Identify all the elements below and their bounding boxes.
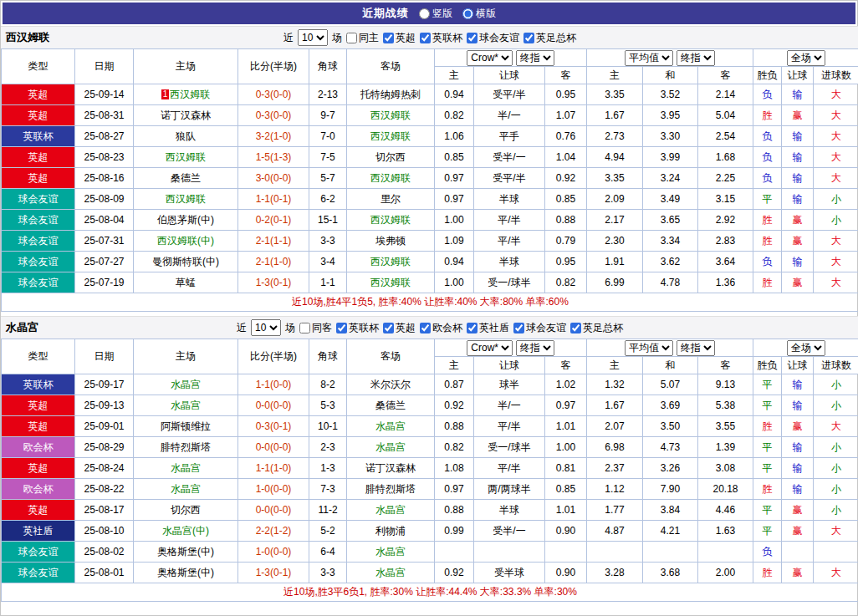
match-score[interactable]: 1-1(1-0) [238,458,309,479]
away-team[interactable]: 西汉姆联 [347,105,435,126]
home-team[interactable]: 西汉姆联 [134,189,238,210]
odds-source-select[interactable]: Crow* [467,50,513,66]
away-team[interactable]: 桑德兰 [347,395,435,416]
horizontal-view-radio[interactable] [462,8,473,19]
match-score[interactable]: 0-3(0-0) [238,84,309,105]
league-filter[interactable]: 欧会杯 [420,321,462,335]
avg-final-select[interactable]: 终指 [677,50,715,66]
away-team[interactable]: 西汉姆联 [347,252,435,272]
match-score[interactable]: 3-2(1-0) [238,126,309,147]
away-team[interactable]: 水晶宫 [347,437,435,458]
same-home-checkbox[interactable] [346,33,357,43]
vertical-view-radio[interactable] [419,8,430,19]
odds-final-select[interactable]: 终指 [516,50,554,66]
home-team[interactable]: 水晶宫 [134,458,238,479]
match-score[interactable]: 0-0(0-0) [238,437,309,458]
match-score[interactable]: 2-2(1-2) [238,521,309,542]
away-team[interactable]: 腓特烈斯塔 [347,479,435,500]
match-score[interactable]: 0-3(0-0) [238,105,309,126]
home-team[interactable]: 1西汉姆联 [134,84,238,105]
home-team[interactable]: 水晶宫 [134,479,238,500]
home-team[interactable]: 腓特烈斯塔 [134,437,238,458]
home-team[interactable]: 水晶宫 [134,395,238,416]
league-checkbox[interactable] [383,323,394,333]
odds-final-select[interactable]: 终指 [516,340,554,356]
home-team[interactable]: 水晶宫(中) [134,521,238,542]
match-score[interactable]: 0-2(0-1) [238,210,309,231]
avg-final-select[interactable]: 终指 [677,340,715,356]
view-option-horizontal[interactable]: 横版 [462,7,496,21]
league-checkbox[interactable] [570,323,581,333]
home-team[interactable]: 切尔西 [134,500,238,521]
away-team[interactable]: 水晶宫 [347,500,435,521]
away-team[interactable]: 水晶宫 [347,416,435,437]
league-filter[interactable]: 英足总杯 [523,31,576,45]
match-score[interactable]: 3-0(0-0) [238,168,309,189]
away-team[interactable]: 托特纳姆热刺 [347,84,435,105]
match-score[interactable]: 1-3(0-1) [238,563,309,583]
league-filter[interactable]: 英社盾 [467,321,509,335]
league-checkbox[interactable] [420,33,431,43]
away-team[interactable]: 里尔 [347,189,435,210]
avg-source-select[interactable]: 平均值 [625,50,673,66]
match-count-select[interactable]: 10 [251,319,281,336]
away-team[interactable]: 西汉姆联 [347,168,435,189]
home-team[interactable]: 阿斯顿维拉 [134,416,238,437]
league-filter[interactable]: 英联杯 [420,31,462,45]
away-team[interactable]: 水晶宫 [347,542,435,563]
home-team[interactable]: 诺丁汉森林 [134,105,238,126]
match-score[interactable]: 1-1(0-0) [238,374,309,395]
home-team[interactable]: 奥格斯堡(中) [134,542,238,563]
away-team[interactable]: 米尔沃尔 [347,374,435,395]
home-team[interactable]: 奥格斯堡(中) [134,563,238,583]
league-filter[interactable]: 英超 [383,321,416,335]
home-team[interactable]: 水晶宫 [134,374,238,395]
home-team[interactable]: 西汉姆联 [134,147,238,168]
match-score[interactable]: 1-3(0-1) [238,272,309,293]
league-filter[interactable]: 英足总杯 [570,321,623,335]
league-filter[interactable]: 球会友谊 [467,31,519,45]
league-filter[interactable]: 球会友谊 [513,321,566,335]
same-away-checkbox[interactable] [299,323,310,333]
league-checkbox[interactable] [467,323,478,333]
home-team[interactable]: 伯恩茅斯(中) [134,210,238,231]
home-team[interactable]: 西汉姆联(中) [134,231,238,252]
match-score[interactable]: 1-5(1-3) [238,147,309,168]
match-score[interactable]: 2-1(1-0) [238,252,309,272]
match-score[interactable]: 0-3(0-1) [238,416,309,437]
league-checkbox[interactable] [336,323,347,333]
home-team[interactable]: 曼彻斯特联(中) [134,252,238,272]
match-count-select[interactable]: 10 [298,29,328,46]
away-team[interactable]: 埃弗顿 [347,231,435,252]
league-checkbox[interactable] [467,33,478,43]
league-checkbox[interactable] [420,323,431,333]
away-team[interactable]: 利物浦 [347,521,435,542]
match-score[interactable]: 0-0(0-0) [238,395,309,416]
match-score[interactable]: 1-1(0-1) [238,189,309,210]
view-option-vertical[interactable]: 竖版 [419,7,452,21]
away-team[interactable]: 水晶宫 [347,563,435,583]
scope-select[interactable]: 全场 [787,50,825,66]
same-home-filter[interactable]: 同主 [346,31,379,45]
match-score[interactable]: 1-0(0-0) [238,542,309,563]
match-score[interactable]: 0-0(0-0) [238,500,309,521]
same-away-filter[interactable]: 同客 [299,321,332,335]
home-team[interactable]: 狼队 [134,126,238,147]
home-team[interactable]: 桑德兰 [134,168,238,189]
league-checkbox[interactable] [513,323,524,333]
away-team[interactable]: 西汉姆联 [347,126,435,147]
league-checkbox[interactable] [383,33,394,43]
match-score[interactable]: 1-0(0-0) [238,479,309,500]
away-team[interactable]: 诺丁汉森林 [347,458,435,479]
odds-source-select[interactable]: Crow* [467,340,513,356]
avg-source-select[interactable]: 平均值 [625,340,673,356]
away-team[interactable]: 西汉姆联 [347,210,435,231]
match-score[interactable]: 2-1(1-1) [238,231,309,252]
away-team[interactable]: 切尔西 [347,147,435,168]
league-checkbox[interactable] [523,33,534,43]
league-filter[interactable]: 英超 [383,31,416,45]
scope-select[interactable]: 全场 [787,340,825,356]
home-team[interactable]: 草蜢 [134,272,238,293]
away-team[interactable]: 西汉姆联 [347,272,435,293]
league-filter[interactable]: 英联杯 [336,321,379,335]
